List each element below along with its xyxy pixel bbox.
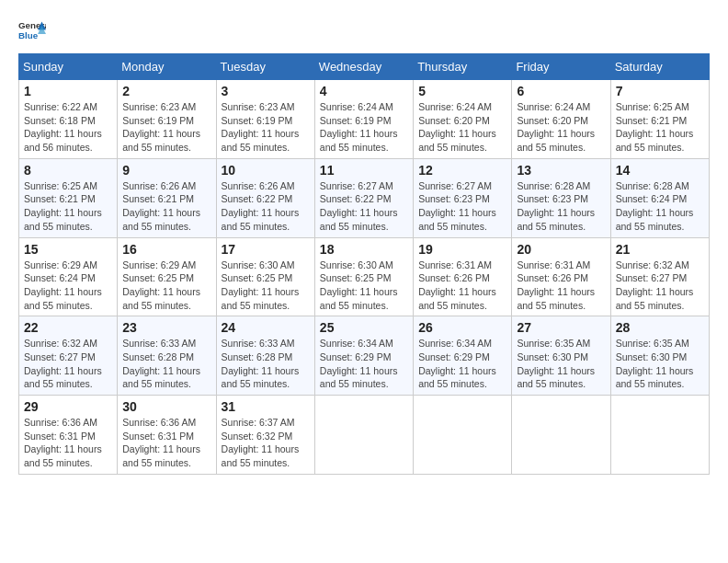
day-number: 12 [418, 163, 506, 178]
calendar-cell: 15 Sunrise: 6:29 AMSunset: 6:24 PMDaylig… [19, 237, 118, 316]
day-info: Sunrise: 6:37 AMSunset: 6:32 PMDaylight:… [222, 416, 310, 470]
day-number: 26 [418, 320, 506, 335]
day-number: 8 [24, 163, 112, 178]
day-number: 6 [517, 84, 605, 98]
day-info: Sunrise: 6:35 AMSunset: 6:30 PMDaylight:… [517, 337, 605, 391]
day-info: Sunrise: 6:28 AMSunset: 6:23 PMDaylight:… [517, 179, 605, 234]
day-number: 15 [24, 242, 112, 257]
logo-icon: General Blue [18, 18, 46, 44]
calendar-cell: 21 Sunrise: 6:32 AMSunset: 6:27 PMDaylig… [610, 237, 709, 316]
calendar-cell: 24 Sunrise: 6:33 AMSunset: 6:28 PMDaylig… [216, 316, 314, 396]
day-info: Sunrise: 6:30 AMSunset: 6:25 PMDaylight:… [320, 259, 408, 313]
day-number: 7 [616, 84, 704, 98]
weekday-header-row: SundayMondayTuesdayWednesdayThursdayFrid… [19, 54, 710, 80]
day-number: 1 [24, 84, 112, 98]
day-info: Sunrise: 6:29 AMSunset: 6:25 PMDaylight:… [122, 259, 210, 313]
day-number: 21 [616, 242, 704, 257]
calendar-cell: 25 Sunrise: 6:34 AMSunset: 6:29 PMDaylig… [314, 316, 413, 396]
day-number: 23 [122, 320, 210, 335]
day-info: Sunrise: 6:26 AMSunset: 6:21 PMDaylight:… [122, 179, 210, 234]
day-number: 16 [122, 242, 210, 257]
day-number: 25 [320, 320, 408, 335]
calendar-cell: 9 Sunrise: 6:26 AMSunset: 6:21 PMDayligh… [118, 158, 216, 237]
calendar-week-row: 22 Sunrise: 6:32 AMSunset: 6:27 PMDaylig… [19, 316, 710, 396]
day-info: Sunrise: 6:34 AMSunset: 6:29 PMDaylight:… [320, 337, 408, 391]
day-info: Sunrise: 6:25 AMSunset: 6:21 PMDaylight:… [616, 100, 704, 155]
day-number: 18 [320, 242, 408, 257]
day-info: Sunrise: 6:23 AMSunset: 6:19 PMDaylight:… [222, 100, 310, 155]
day-info: Sunrise: 6:36 AMSunset: 6:31 PMDaylight:… [122, 416, 210, 470]
page-header: General Blue [18, 18, 710, 44]
calendar-cell: 5 Sunrise: 6:24 AMSunset: 6:20 PMDayligh… [414, 80, 512, 159]
day-number: 2 [122, 84, 210, 98]
day-info: Sunrise: 6:22 AMSunset: 6:18 PMDaylight:… [24, 100, 112, 155]
calendar-cell: 14 Sunrise: 6:28 AMSunset: 6:24 PMDaylig… [610, 158, 709, 237]
day-info: Sunrise: 6:28 AMSunset: 6:24 PMDaylight:… [616, 179, 704, 234]
calendar-cell [512, 396, 610, 475]
day-info: Sunrise: 6:31 AMSunset: 6:26 PMDaylight:… [517, 259, 605, 313]
day-info: Sunrise: 6:24 AMSunset: 6:20 PMDaylight:… [418, 100, 506, 155]
day-info: Sunrise: 6:35 AMSunset: 6:30 PMDaylight:… [616, 337, 704, 391]
calendar-cell: 6 Sunrise: 6:24 AMSunset: 6:20 PMDayligh… [512, 80, 610, 159]
day-info: Sunrise: 6:27 AMSunset: 6:23 PMDaylight:… [418, 179, 506, 234]
calendar-cell: 17 Sunrise: 6:30 AMSunset: 6:25 PMDaylig… [216, 237, 314, 316]
day-info: Sunrise: 6:33 AMSunset: 6:28 PMDaylight:… [122, 337, 210, 391]
calendar-cell: 19 Sunrise: 6:31 AMSunset: 6:26 PMDaylig… [414, 237, 512, 316]
day-info: Sunrise: 6:25 AMSunset: 6:21 PMDaylight:… [24, 179, 112, 234]
calendar-cell: 4 Sunrise: 6:24 AMSunset: 6:19 PMDayligh… [314, 80, 413, 159]
day-number: 30 [122, 399, 210, 414]
calendar-week-row: 1 Sunrise: 6:22 AMSunset: 6:18 PMDayligh… [19, 80, 710, 159]
calendar-cell [610, 396, 709, 475]
weekday-header-wednesday: Wednesday [314, 54, 413, 80]
day-number: 4 [320, 84, 408, 98]
day-number: 19 [418, 242, 506, 257]
day-number: 28 [616, 320, 704, 335]
calendar-cell: 3 Sunrise: 6:23 AMSunset: 6:19 PMDayligh… [216, 80, 314, 159]
day-number: 5 [418, 84, 506, 98]
weekday-header-friday: Friday [512, 54, 610, 80]
day-number: 24 [222, 320, 310, 335]
calendar-cell: 7 Sunrise: 6:25 AMSunset: 6:21 PMDayligh… [610, 80, 709, 159]
calendar-cell [414, 396, 512, 475]
day-number: 27 [517, 320, 605, 335]
day-info: Sunrise: 6:24 AMSunset: 6:20 PMDaylight:… [517, 100, 605, 155]
calendar-cell: 28 Sunrise: 6:35 AMSunset: 6:30 PMDaylig… [610, 316, 709, 396]
weekday-header-monday: Monday [118, 54, 216, 80]
calendar-cell: 12 Sunrise: 6:27 AMSunset: 6:23 PMDaylig… [414, 158, 512, 237]
day-info: Sunrise: 6:26 AMSunset: 6:22 PMDaylight:… [222, 179, 310, 234]
weekday-header-saturday: Saturday [610, 54, 709, 80]
calendar-cell: 13 Sunrise: 6:28 AMSunset: 6:23 PMDaylig… [512, 158, 610, 237]
day-info: Sunrise: 6:24 AMSunset: 6:19 PMDaylight:… [320, 100, 408, 155]
calendar-week-row: 29 Sunrise: 6:36 AMSunset: 6:31 PMDaylig… [19, 396, 710, 475]
calendar-cell: 22 Sunrise: 6:32 AMSunset: 6:27 PMDaylig… [19, 316, 118, 396]
calendar-cell: 30 Sunrise: 6:36 AMSunset: 6:31 PMDaylig… [118, 396, 216, 475]
calendar-cell: 27 Sunrise: 6:35 AMSunset: 6:30 PMDaylig… [512, 316, 610, 396]
calendar-cell: 18 Sunrise: 6:30 AMSunset: 6:25 PMDaylig… [314, 237, 413, 316]
day-info: Sunrise: 6:29 AMSunset: 6:24 PMDaylight:… [24, 259, 112, 313]
day-info: Sunrise: 6:27 AMSunset: 6:22 PMDaylight:… [320, 179, 408, 234]
day-info: Sunrise: 6:31 AMSunset: 6:26 PMDaylight:… [418, 259, 506, 313]
calendar-week-row: 8 Sunrise: 6:25 AMSunset: 6:21 PMDayligh… [19, 158, 710, 237]
calendar-cell: 31 Sunrise: 6:37 AMSunset: 6:32 PMDaylig… [216, 396, 314, 475]
calendar-cell: 16 Sunrise: 6:29 AMSunset: 6:25 PMDaylig… [118, 237, 216, 316]
calendar-cell: 20 Sunrise: 6:31 AMSunset: 6:26 PMDaylig… [512, 237, 610, 316]
calendar-cell: 11 Sunrise: 6:27 AMSunset: 6:22 PMDaylig… [314, 158, 413, 237]
day-number: 14 [616, 163, 704, 178]
calendar-cell: 26 Sunrise: 6:34 AMSunset: 6:29 PMDaylig… [414, 316, 512, 396]
day-number: 31 [222, 399, 310, 414]
calendar-table: SundayMondayTuesdayWednesdayThursdayFrid… [18, 53, 710, 475]
day-number: 17 [222, 242, 310, 257]
calendar-body: 1 Sunrise: 6:22 AMSunset: 6:18 PMDayligh… [19, 80, 710, 475]
calendar-cell: 1 Sunrise: 6:22 AMSunset: 6:18 PMDayligh… [19, 80, 118, 159]
weekday-header-thursday: Thursday [414, 54, 512, 80]
calendar-cell: 10 Sunrise: 6:26 AMSunset: 6:22 PMDaylig… [216, 158, 314, 237]
calendar-week-row: 15 Sunrise: 6:29 AMSunset: 6:24 PMDaylig… [19, 237, 710, 316]
svg-text:Blue: Blue [18, 30, 39, 40]
day-number: 3 [222, 84, 310, 98]
day-number: 22 [24, 320, 112, 335]
calendar-cell: 8 Sunrise: 6:25 AMSunset: 6:21 PMDayligh… [19, 158, 118, 237]
day-info: Sunrise: 6:33 AMSunset: 6:28 PMDaylight:… [222, 337, 310, 391]
weekday-header-tuesday: Tuesday [216, 54, 314, 80]
day-number: 20 [517, 242, 605, 257]
day-number: 11 [320, 163, 408, 178]
